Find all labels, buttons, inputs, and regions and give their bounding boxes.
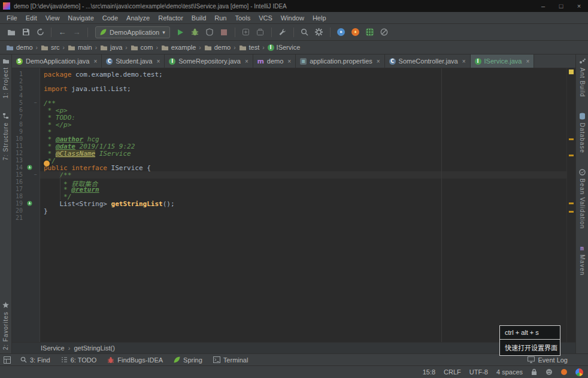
toolwindow-button-1-project[interactable]: 1: Project <box>2 58 10 98</box>
tab-somecontroller-java[interactable]: CSomeController.java× <box>385 55 471 68</box>
line-number[interactable]: 2 <box>12 78 40 85</box>
inspections-hector-icon[interactable] <box>545 368 553 376</box>
breadcrumb-java[interactable]: java <box>99 44 123 51</box>
code-line[interactable]: } <box>40 207 566 214</box>
menu-item-refactor[interactable]: Refactor <box>154 12 187 23</box>
toolwindow-button-maven[interactable]: mMaven <box>579 244 586 276</box>
code-line[interactable]: List<String> getStringList(); <box>40 200 566 207</box>
error-stripe[interactable] <box>566 68 575 342</box>
maximize-button[interactable]: □ <box>552 0 570 12</box>
code-line[interactable]: import java.util.List; <box>40 85 566 92</box>
tab-close-icon[interactable]: × <box>156 58 160 65</box>
readonly-lock-icon[interactable] <box>531 368 537 376</box>
power-icon[interactable] <box>378 26 391 38</box>
chrome-icon[interactable] <box>335 26 348 38</box>
stop-icon[interactable] <box>217 26 231 38</box>
fold-marker[interactable]: − <box>33 100 38 105</box>
breadcrumb-src[interactable]: src <box>40 44 61 51</box>
code-line[interactable]: * TODO: <box>40 114 566 121</box>
line-number[interactable]: 19 <box>12 200 40 207</box>
toolwindow-button-ant-build[interactable]: Ant Build <box>579 58 586 97</box>
menu-item-code[interactable]: Code <box>98 12 122 23</box>
breadcrumb-example[interactable]: example <box>160 44 198 51</box>
code-line[interactable] <box>40 92 566 99</box>
line-number[interactable]: 20 <box>12 207 40 214</box>
tab-application-properties[interactable]: ≡application.properties× <box>296 55 384 68</box>
line-number[interactable]: 13 <box>12 157 40 164</box>
tab-student-java[interactable]: CStudent.java× <box>102 55 165 68</box>
line-number[interactable]: 8 <box>12 121 40 128</box>
tab-close-icon[interactable]: × <box>287 58 291 65</box>
breadcrumb-demo[interactable]: demo <box>203 44 232 51</box>
menu-item-file[interactable]: File <box>2 12 22 23</box>
toolwindow-button-6-todo[interactable]: 6: TODO <box>61 356 97 364</box>
tab-close-icon[interactable]: × <box>245 58 248 65</box>
line-number[interactable]: 6 <box>12 107 40 114</box>
wrench-icon[interactable] <box>276 26 289 38</box>
menu-item-vcs[interactable]: VCS <box>254 12 277 23</box>
title-bar[interactable]: demo [D:\dev\java\demo] - ...\src\main\j… <box>0 0 588 12</box>
code-line[interactable]: * 获取集合 <box>40 179 566 186</box>
code-line[interactable]: package com.example.demo.test; <box>40 71 566 78</box>
intention-bulb-icon[interactable] <box>44 161 50 167</box>
back-icon[interactable]: ← <box>56 26 69 38</box>
breadcrumb-iservice[interactable]: IIService <box>266 44 302 51</box>
code-line[interactable]: * <p> <box>40 107 566 114</box>
updates-icon[interactable] <box>575 368 583 376</box>
line-number[interactable]: 4 <box>12 92 40 99</box>
breadcrumb-test[interactable]: test <box>238 44 261 51</box>
line-number[interactable]: 9 <box>12 128 40 135</box>
implemented-marker-icon[interactable] <box>27 165 32 170</box>
tab-close-icon[interactable]: × <box>462 58 466 65</box>
line-number[interactable]: 14 <box>12 164 40 171</box>
caret-position[interactable]: 15:8 <box>423 368 435 376</box>
plugins-icon[interactable] <box>363 26 377 38</box>
code-line[interactable]: */ <box>40 157 566 164</box>
line-number[interactable]: 11 <box>12 143 40 150</box>
line-number[interactable]: 18 <box>12 193 40 200</box>
menu-item-view[interactable]: View <box>41 12 64 23</box>
stripe-mark[interactable] <box>569 69 574 74</box>
line-number[interactable]: 21 <box>12 214 40 222</box>
line-number[interactable]: 7 <box>12 114 40 121</box>
minimize-button[interactable]: – <box>534 0 552 12</box>
tab-demo[interactable]: mdemo× <box>253 55 296 68</box>
line-number[interactable]: 12 <box>12 150 40 157</box>
menu-item-analyze[interactable]: Analyze <box>122 12 154 23</box>
coverage-icon[interactable] <box>203 26 216 38</box>
breadcrumb-class[interactable]: IService <box>41 344 65 352</box>
code-line[interactable]: * @author hcg <box>40 135 566 143</box>
toolwindow-button-3-find[interactable]: 3: Find <box>20 356 50 364</box>
menu-item-edit[interactable]: Edit <box>22 12 41 23</box>
firefox-icon[interactable] <box>349 26 362 38</box>
breadcrumb-main[interactable]: main <box>66 44 93 51</box>
menu-item-window[interactable]: Window <box>277 12 308 23</box>
breadcrumb-com[interactable]: com <box>129 44 154 51</box>
toolwindow-button-terminal[interactable]: Terminal <box>213 356 248 364</box>
dump-icon[interactable] <box>254 26 267 38</box>
line-number[interactable]: 1 <box>12 71 40 78</box>
tab-close-icon[interactable]: × <box>377 58 380 65</box>
code-line[interactable] <box>40 78 566 85</box>
line-number[interactable]: 10 <box>12 135 40 143</box>
gutter[interactable]: 12345−6789101112131415−161718192021 <box>12 68 40 342</box>
notification-dot-icon[interactable] <box>561 369 567 375</box>
code-area[interactable]: package com.example.demo.test;import jav… <box>40 68 566 342</box>
forward-icon[interactable]: → <box>70 26 83 38</box>
code-line[interactable]: /** <box>40 99 566 107</box>
toolwindow-button-spring[interactable]: Spring <box>174 356 202 364</box>
debug-icon[interactable] <box>189 26 202 38</box>
run-configuration-select[interactable]: DemoApplication▾ <box>95 26 170 38</box>
encoding[interactable]: UTF-8 <box>469 368 488 376</box>
menu-item-run[interactable]: Run <box>210 12 231 23</box>
stripe-mark[interactable] <box>569 211 574 213</box>
code-line[interactable]: * @return <box>40 186 566 193</box>
code-line[interactable]: public interface IService { <box>40 164 566 171</box>
menu-item-build[interactable]: Build <box>187 12 210 23</box>
stripe-mark[interactable] <box>569 138 574 140</box>
line-ending[interactable]: CRLF <box>444 368 461 376</box>
search-icon[interactable] <box>298 26 311 38</box>
implemented-marker-icon[interactable] <box>27 201 32 206</box>
fold-marker[interactable]: − <box>33 172 38 177</box>
code-line[interactable]: * @date 2019/1/15 9:22 <box>40 143 566 150</box>
